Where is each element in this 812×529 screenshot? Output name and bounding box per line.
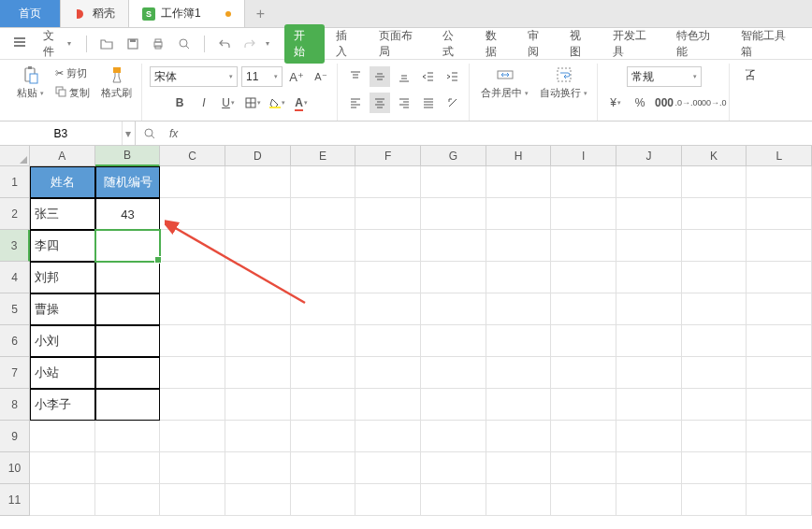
align-top-button[interactable] [345, 66, 366, 87]
cell[interactable] [616, 166, 682, 198]
cell[interactable] [421, 325, 486, 357]
cell[interactable] [616, 484, 682, 516]
column-header[interactable]: G [421, 146, 486, 166]
cell[interactable] [421, 293, 486, 325]
column-header[interactable]: I [551, 146, 616, 166]
cell[interactable] [486, 293, 552, 325]
cell[interactable] [160, 452, 225, 484]
cell[interactable] [355, 230, 421, 262]
cell[interactable]: 李四 [30, 230, 95, 262]
cell[interactable] [291, 389, 356, 421]
currency-button[interactable]: ¥▾ [605, 93, 626, 113]
percent-button[interactable]: % [630, 93, 650, 113]
cell[interactable] [225, 357, 291, 389]
cell[interactable]: 小站 [30, 357, 95, 389]
cell[interactable] [160, 389, 225, 421]
align-bottom-button[interactable] [394, 66, 414, 87]
cell[interactable] [747, 262, 812, 293]
new-tab-button[interactable]: + [245, 0, 276, 27]
cell[interactable] [486, 198, 552, 230]
cell[interactable] [551, 452, 616, 484]
cell[interactable] [551, 230, 616, 262]
name-box-dropdown[interactable]: ▾ [122, 122, 135, 145]
increase-decimal-button[interactable]: .0→.00 [678, 93, 699, 113]
cell[interactable] [225, 166, 291, 198]
row-header[interactable]: 6 [0, 325, 30, 357]
number-format-select[interactable]: 常规▾ [627, 66, 702, 87]
cell[interactable] [551, 325, 616, 357]
cell[interactable] [747, 325, 812, 357]
column-header[interactable]: F [355, 146, 421, 166]
cell[interactable] [160, 325, 225, 357]
cells-area[interactable]: 姓名随机编号张三43李四刘邦曹操小刘小站小李子 [30, 166, 812, 529]
cell[interactable] [291, 230, 356, 262]
cell[interactable] [421, 421, 486, 452]
cell[interactable] [355, 357, 421, 389]
cell[interactable] [225, 293, 291, 325]
cell[interactable] [421, 484, 486, 516]
fill-color-button[interactable]: ▾ [267, 93, 287, 113]
align-left-button[interactable] [345, 93, 366, 113]
cell[interactable] [616, 293, 682, 325]
cell[interactable] [160, 484, 225, 516]
cell[interactable]: 曹操 [30, 293, 95, 325]
cell[interactable] [95, 389, 161, 421]
cell[interactable] [616, 452, 682, 484]
cell[interactable] [486, 262, 552, 293]
cell[interactable] [355, 293, 421, 325]
cell[interactable] [747, 357, 812, 389]
cell[interactable] [421, 198, 486, 230]
tab-home[interactable]: 首页 [0, 0, 61, 27]
cell[interactable] [95, 325, 161, 357]
cell[interactable]: 小李子 [30, 389, 95, 421]
cell[interactable] [682, 262, 747, 293]
cell[interactable] [747, 198, 812, 230]
cell[interactable] [421, 357, 486, 389]
cell[interactable] [355, 198, 421, 230]
cell[interactable] [291, 421, 356, 452]
tab-review[interactable]: 审阅 [518, 24, 558, 64]
tab-features[interactable]: 特色功能 [667, 24, 730, 64]
row-header[interactable]: 8 [0, 389, 30, 421]
undo-button[interactable] [214, 34, 235, 54]
border-button[interactable]: ▾ [242, 93, 263, 113]
redo-button[interactable] [239, 34, 260, 54]
cell[interactable] [616, 198, 682, 230]
cell[interactable] [291, 484, 356, 516]
cell[interactable] [30, 421, 95, 452]
cell[interactable] [225, 325, 291, 357]
cell[interactable] [225, 421, 291, 452]
cell[interactable] [291, 357, 356, 389]
merge-cells-button[interactable]: 合并居中▾ [477, 64, 532, 102]
cell[interactable] [355, 452, 421, 484]
cell[interactable] [95, 484, 161, 516]
row-header[interactable]: 7 [0, 357, 30, 389]
fx-icon[interactable]: fx [169, 127, 178, 140]
cell[interactable] [160, 198, 225, 230]
paste-button[interactable]: 粘贴▾ [13, 64, 48, 102]
cell[interactable] [355, 166, 421, 198]
cell[interactable]: 刘邦 [30, 262, 95, 293]
cell[interactable] [486, 389, 552, 421]
tab-dev-tools[interactable]: 开发工具 [603, 24, 666, 64]
cell[interactable] [486, 166, 552, 198]
print-preview-button[interactable] [174, 34, 195, 54]
cell[interactable]: 姓名 [30, 166, 95, 198]
underline-button[interactable]: U▾ [218, 93, 239, 113]
column-header[interactable]: E [291, 146, 356, 166]
comma-button[interactable]: 000 [654, 93, 674, 113]
increase-indent-button[interactable] [442, 66, 463, 87]
cell[interactable] [682, 357, 747, 389]
cell[interactable] [616, 357, 682, 389]
cell[interactable] [355, 389, 421, 421]
cell[interactable] [682, 166, 747, 198]
cell[interactable] [160, 293, 225, 325]
cell[interactable] [291, 198, 356, 230]
tab-insert[interactable]: 插入 [326, 24, 367, 64]
cell[interactable] [421, 262, 486, 293]
tab-data[interactable]: 数据 [476, 24, 516, 64]
row-header[interactable]: 4 [0, 262, 30, 293]
cell[interactable] [355, 325, 421, 357]
column-header[interactable]: L [747, 146, 812, 166]
cell[interactable] [486, 421, 552, 452]
